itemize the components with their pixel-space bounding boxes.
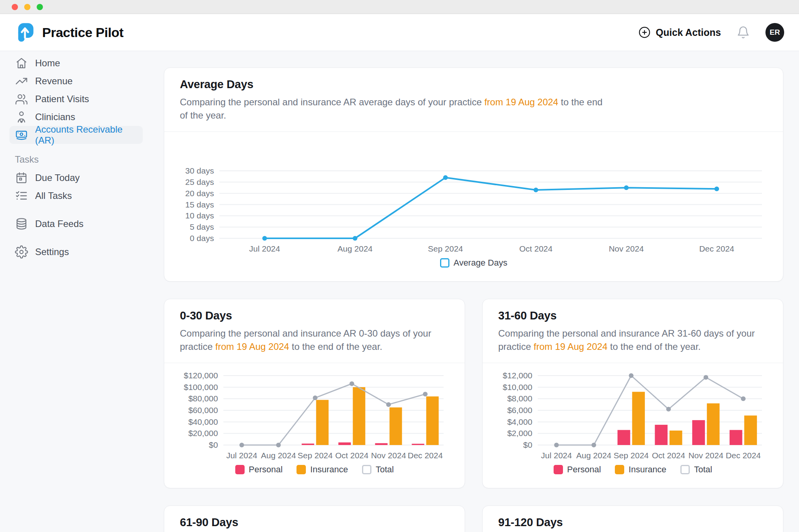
legend-label: Insurance [629, 465, 666, 475]
calendar-icon [15, 171, 28, 184]
svg-text:$0: $0 [523, 440, 532, 449]
brand: Practice Pilot [15, 22, 123, 43]
sidebar-item-label: Patient Visits [35, 94, 89, 105]
chart-legend: PersonalInsuranceTotal [180, 461, 449, 475]
checklist-icon [15, 189, 28, 202]
legend-swatch [554, 465, 563, 474]
svg-text:$20,000: $20,000 [188, 429, 218, 438]
database-icon [15, 217, 28, 231]
chart-legend: PersonalInsuranceTotal [498, 461, 767, 475]
plus-circle-icon [638, 26, 651, 39]
legend-label: Average Days [454, 258, 508, 268]
svg-text:Jul 2024: Jul 2024 [226, 451, 257, 460]
sidebar-item-patient-visits[interactable]: Patient Visits [9, 90, 143, 108]
legend-item-insurance[interactable]: Insurance [297, 465, 348, 475]
clinician-icon [15, 110, 28, 124]
sidebar-item-settings[interactable]: Settings [9, 243, 143, 261]
date-range-text: from 19 Aug 2024 [484, 97, 558, 107]
card-61-90-days: 61-90 Days Comparing the personal and in… [164, 505, 465, 532]
svg-text:$120,000: $120,000 [184, 371, 218, 380]
legend-swatch [235, 465, 245, 474]
svg-text:Sep 2024: Sep 2024 [298, 451, 333, 460]
card-91-120-days: 91-120 Days Comparing the personal and i… [482, 505, 783, 532]
legend-item-average-days[interactable]: Average Days [440, 258, 508, 268]
sidebar-item-due-today[interactable]: Due Today [9, 169, 143, 187]
legend-label: Total [694, 465, 712, 475]
svg-text:Sep 2024: Sep 2024 [428, 244, 463, 253]
svg-text:Oct 2024: Oct 2024 [335, 451, 369, 460]
svg-text:$100,000: $100,000 [184, 383, 218, 392]
sidebar-item-revenue[interactable]: Revenue [9, 72, 143, 90]
svg-text:$10,000: $10,000 [502, 383, 532, 392]
card-31-60-days: 31-60 Days Comparing the personal and in… [482, 299, 783, 488]
svg-text:Nov 2024: Nov 2024 [371, 451, 406, 460]
svg-text:$80,000: $80,000 [188, 394, 218, 403]
legend-item-total[interactable]: Total [362, 465, 394, 475]
sidebar-item-accounts-receivable[interactable]: Accounts Receivable (AR) [9, 126, 143, 144]
user-avatar[interactable]: ER [765, 23, 784, 42]
window-titlebar[interactable] [0, 0, 799, 14]
svg-text:Nov 2024: Nov 2024 [609, 244, 644, 253]
svg-text:30 days: 30 days [185, 166, 214, 175]
date-range-text: from 19 Aug 2024 [215, 341, 289, 352]
card-title: 91-120 Days [498, 516, 767, 529]
legend-item-personal[interactable]: Personal [235, 465, 283, 475]
app-title: Practice Pilot [42, 25, 123, 40]
quick-actions-label: Quick Actions [656, 27, 721, 38]
close-window-button[interactable] [12, 4, 18, 10]
sidebar-item-label: Due Today [35, 172, 80, 183]
sidebar-item-all-tasks[interactable]: All Tasks [9, 187, 143, 205]
card-title: 61-90 Days [180, 516, 449, 529]
sidebar: Home Revenue Patient Visits Clinicians [0, 51, 153, 532]
card-subtitle: Comparing the personal and insurance AR … [180, 96, 609, 122]
legend-swatch [362, 465, 371, 474]
svg-text:$8,000: $8,000 [507, 394, 532, 403]
home-icon [15, 57, 28, 70]
svg-text:$60,000: $60,000 [188, 406, 218, 415]
sidebar-item-label: Settings [35, 246, 69, 257]
svg-text:Dec 2024: Dec 2024 [408, 451, 443, 460]
legend-swatch [440, 258, 449, 268]
svg-text:Dec 2024: Dec 2024 [699, 244, 734, 253]
card-title: 31-60 Days [498, 309, 767, 322]
sidebar-item-clinicians[interactable]: Clinicians [9, 108, 143, 126]
svg-text:Aug 2024: Aug 2024 [576, 451, 611, 460]
minimize-window-button[interactable] [24, 4, 30, 10]
zoom-window-button[interactable] [37, 4, 43, 10]
legend-label: Personal [567, 465, 601, 475]
sidebar-item-data-feeds[interactable]: Data Feeds [9, 215, 143, 233]
app-header: Practice Pilot Quick Actions ER [0, 14, 799, 51]
svg-text:Sep 2024: Sep 2024 [614, 451, 649, 460]
legend-swatch [297, 465, 306, 474]
legend-item-total[interactable]: Total [680, 465, 712, 475]
legend-label: Total [376, 465, 394, 475]
card-0-30-days: 0-30 Days Comparing the personal and ins… [164, 299, 465, 488]
card-average-days: Average Days Comparing the personal and … [164, 67, 783, 282]
svg-text:Jul 2024: Jul 2024 [249, 244, 281, 253]
ar-31-60-bar-chart: $0$2,000$4,000$6,000$8,000$10,000$12,000… [498, 363, 767, 461]
svg-text:25 days: 25 days [185, 177, 214, 186]
chart-legend: Average Days [180, 255, 767, 268]
app-logo-icon [15, 22, 35, 43]
sidebar-item-label: All Tasks [35, 190, 72, 201]
sidebar-item-label: Revenue [35, 76, 73, 87]
svg-text:$12,000: $12,000 [502, 371, 532, 380]
sidebar-item-home[interactable]: Home [9, 54, 143, 72]
card-title: 0-30 Days [180, 309, 449, 322]
legend-item-personal[interactable]: Personal [554, 465, 601, 475]
svg-text:$40,000: $40,000 [188, 417, 218, 426]
banknote-icon [15, 128, 28, 142]
card-title: Average Days [180, 78, 767, 91]
legend-swatch [680, 465, 690, 474]
date-range-text: from 19 Aug 2024 [534, 341, 607, 352]
legend-item-insurance[interactable]: Insurance [615, 465, 666, 475]
ar-0-30-bar-chart: $0$20,000$40,000$60,000$80,000$100,000$1… [180, 363, 449, 461]
notifications-button[interactable] [737, 26, 750, 39]
quick-actions-button[interactable]: Quick Actions [638, 26, 721, 39]
people-icon [15, 92, 28, 106]
svg-text:Nov 2024: Nov 2024 [688, 451, 723, 460]
header-actions: Quick Actions ER [638, 23, 784, 42]
svg-text:$2,000: $2,000 [507, 429, 532, 438]
average-days-line-chart: 0 days5 days10 days15 days20 days25 days… [180, 132, 767, 255]
svg-text:$4,000: $4,000 [507, 417, 532, 426]
